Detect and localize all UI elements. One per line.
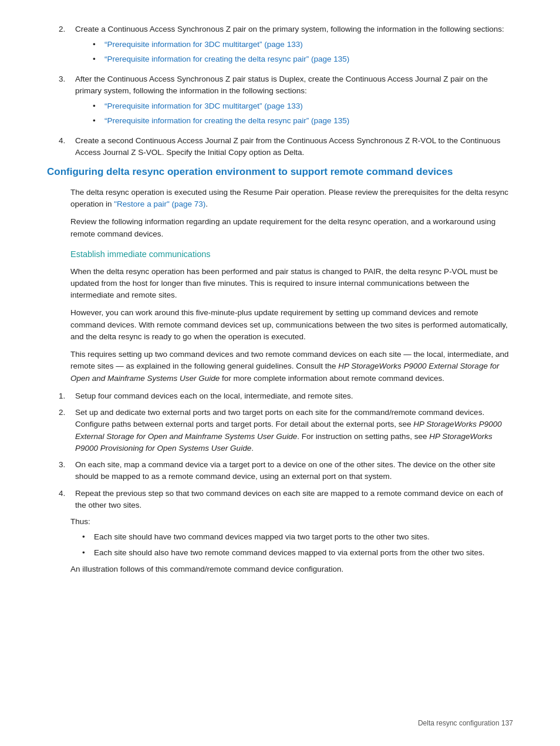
sub-item-1-content: Setup four command devices each on the l…	[75, 390, 513, 402]
sub-item-4-num: 4.	[59, 488, 69, 512]
item-3-bullets: “Prerequisite information for 3DC multit…	[93, 100, 513, 127]
item-2-content: Create a Continuous Access Synchronous Z…	[75, 23, 513, 69]
para1: When the delta resync operation has been…	[47, 266, 513, 302]
item-3-num: 3.	[59, 73, 69, 130]
item-2-text: Create a Continuous Access Synchronous Z…	[75, 25, 504, 33]
link-prereq-delta-2[interactable]: “Prerequisite information for creating t…	[104, 115, 349, 127]
sub-numbered-list: 1. Setup four command devices each on th…	[47, 390, 513, 511]
sub-item-2-num: 2.	[59, 407, 69, 454]
item-4-text: Create a second Continuous Access Journa…	[75, 136, 500, 157]
link-prereq-delta-1[interactable]: “Prerequisite information for creating t…	[104, 53, 349, 65]
top-numbered-list: 2. Create a Continuous Access Synchronou…	[47, 23, 513, 158]
link-restore-pair[interactable]: "Restore a pair" (page 73)	[114, 200, 205, 208]
para3-italic: HP StorageWorks P9000 External Storage f…	[70, 362, 499, 382]
sub-item-1-text: Setup four command devices each on the l…	[75, 391, 353, 400]
section-body-2: Review the following information regardi…	[47, 216, 513, 240]
sub-list-item-1: 1. Setup four command devices each on th…	[47, 390, 513, 402]
item-2-num: 2.	[59, 23, 69, 69]
item-2-bullets: “Prerequisite information for 3DC multit…	[93, 39, 513, 65]
sub-item-4-content: Repeat the previous step so that two com…	[75, 488, 513, 512]
list-item-4: 4. Create a second Continuous Access Jou…	[47, 135, 513, 159]
item-3-content: After the Continuous Access Synchronous …	[75, 73, 513, 130]
sub-item-3-num: 3.	[59, 459, 69, 483]
bullet-item: “Prerequisite information for 3DC multit…	[93, 39, 513, 50]
page: 2. Create a Continuous Access Synchronou…	[0, 0, 560, 746]
thus-bullets: Each site should have two command device…	[82, 531, 513, 559]
item-4-content: Create a second Continuous Access Journa…	[75, 135, 513, 159]
sub-item-3-content: On each site, map a command device via a…	[75, 459, 513, 483]
section-body-1: The delta resync operation is executed u…	[47, 187, 513, 211]
final-text: An illustration follows of this command/…	[47, 563, 513, 575]
sub-heading-establish: Establish immediate communications	[47, 248, 513, 261]
thus-bullet-2-text: Each site should also have two remote co…	[94, 547, 485, 559]
item-4-num: 4.	[59, 135, 69, 159]
bullet-item: “Prerequisite information for creating t…	[93, 115, 513, 127]
sub-item-2-content: Set up and dedicate two external ports a…	[75, 407, 513, 454]
thus-bullet-1: Each site should have two command device…	[82, 531, 513, 543]
item-3-text: After the Continuous Access Synchronous …	[75, 75, 488, 95]
bullet-item: “Prerequisite information for 3DC multit…	[93, 100, 513, 112]
list-item-3: 3. After the Continuous Access Synchrono…	[47, 73, 513, 130]
para3: This requires setting up two command dev…	[47, 349, 513, 384]
sub-list-item-3: 3. On each site, map a command device vi…	[47, 459, 513, 483]
thus-bullet-2: Each site should also have two remote co…	[82, 547, 513, 559]
bullet-item: “Prerequisite information for creating t…	[93, 53, 513, 65]
thus-label: Thus:	[47, 516, 513, 528]
sub-item-1-num: 1.	[59, 390, 69, 402]
sub-list-item-2: 2. Set up and dedicate two external port…	[47, 407, 513, 454]
link-prereq-3dc-1[interactable]: “Prerequisite information for 3DC multit…	[104, 39, 303, 50]
thus-bullet-1-text: Each site should have two command device…	[94, 531, 430, 543]
list-item-2: 2. Create a Continuous Access Synchronou…	[47, 23, 513, 69]
section-heading: Configuring delta resync operation envir…	[47, 164, 513, 180]
link-prereq-3dc-2[interactable]: “Prerequisite information for 3DC multit…	[104, 100, 303, 112]
footer: Delta resync configuration 137	[418, 718, 513, 728]
para2: However, you can work around this five-m…	[47, 307, 513, 343]
sub-list-item-4: 4. Repeat the previous step so that two …	[47, 488, 513, 512]
